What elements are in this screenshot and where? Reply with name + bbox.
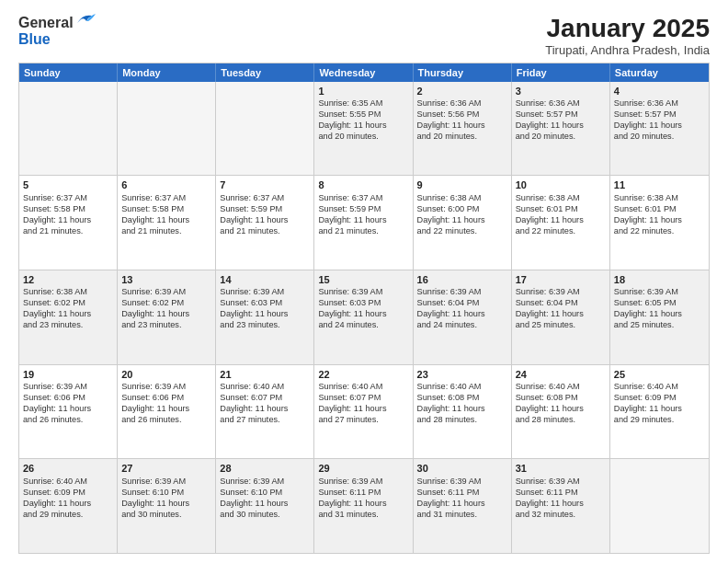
- day-number: 2: [417, 85, 507, 98]
- day-info: Sunrise: 6:40 AM: [220, 382, 310, 393]
- day-info: Sunset: 6:07 PM: [220, 393, 310, 404]
- calendar-cell: 8Sunrise: 6:37 AMSunset: 5:59 PMDaylight…: [314, 176, 413, 270]
- calendar-cell: 9Sunrise: 6:38 AMSunset: 6:00 PMDaylight…: [414, 176, 512, 270]
- day-number: 4: [614, 85, 705, 98]
- calendar-cell: 21Sunrise: 6:40 AMSunset: 6:07 PMDayligh…: [216, 365, 314, 459]
- day-info: and 28 minutes.: [417, 415, 507, 426]
- day-info: Daylight: 11 hours: [417, 309, 507, 320]
- day-info: and 31 minutes.: [417, 510, 507, 521]
- day-info: Daylight: 11 hours: [516, 404, 606, 415]
- day-info: Daylight: 11 hours: [121, 404, 211, 415]
- calendar-cell: 25Sunrise: 6:40 AMSunset: 6:09 PMDayligh…: [610, 365, 709, 459]
- calendar-cell: 4Sunrise: 6:36 AMSunset: 5:57 PMDaylight…: [610, 82, 709, 176]
- day-number: 7: [220, 178, 310, 191]
- day-info: Daylight: 11 hours: [23, 215, 113, 226]
- day-info: and 30 minutes.: [220, 510, 310, 521]
- day-info: and 32 minutes.: [516, 510, 606, 521]
- header-day-wednesday: Wednesday: [314, 63, 413, 82]
- day-info: Daylight: 11 hours: [220, 215, 310, 226]
- calendar-cell: [216, 82, 314, 176]
- day-info: Sunrise: 6:39 AM: [121, 382, 211, 393]
- day-info: and 28 minutes.: [516, 415, 606, 426]
- day-info: Daylight: 11 hours: [318, 499, 408, 510]
- day-number: 20: [121, 368, 211, 381]
- day-info: and 27 minutes.: [318, 415, 408, 426]
- day-info: Daylight: 11 hours: [318, 215, 408, 226]
- calendar-cell: 15Sunrise: 6:39 AMSunset: 6:03 PMDayligh…: [314, 270, 413, 364]
- calendar: SundayMondayTuesdayWednesdayThursdayFrid…: [18, 63, 710, 554]
- calendar-cell: 10Sunrise: 6:38 AMSunset: 6:01 PMDayligh…: [512, 176, 610, 270]
- day-number: 6: [121, 178, 211, 191]
- day-info: Sunrise: 6:39 AM: [220, 287, 310, 298]
- calendar-cell: 19Sunrise: 6:39 AMSunset: 6:06 PMDayligh…: [19, 365, 118, 459]
- day-number: 1: [318, 85, 408, 98]
- calendar-cell: 30Sunrise: 6:39 AMSunset: 6:11 PMDayligh…: [414, 459, 512, 553]
- day-number: 17: [516, 273, 606, 286]
- calendar-cell: 7Sunrise: 6:37 AMSunset: 5:59 PMDaylight…: [216, 176, 314, 270]
- day-info: Sunset: 6:10 PM: [220, 488, 310, 499]
- calendar-cell: 31Sunrise: 6:39 AMSunset: 6:11 PMDayligh…: [512, 459, 610, 553]
- day-info: Daylight: 11 hours: [23, 309, 113, 320]
- day-info: Sunset: 6:06 PM: [23, 393, 113, 404]
- calendar-cell: 17Sunrise: 6:39 AMSunset: 6:04 PMDayligh…: [512, 270, 610, 364]
- day-info: Sunset: 5:57 PM: [516, 109, 606, 121]
- header-day-thursday: Thursday: [414, 63, 512, 82]
- day-info: Sunrise: 6:39 AM: [23, 382, 113, 393]
- day-number: 28: [220, 462, 310, 475]
- day-info: Daylight: 11 hours: [23, 499, 113, 510]
- day-info: Sunrise: 6:37 AM: [318, 193, 408, 204]
- logo-blue: Blue: [18, 31, 96, 48]
- calendar-cell: [118, 82, 216, 176]
- day-info: Sunrise: 6:38 AM: [23, 287, 113, 298]
- day-number: 5: [23, 178, 113, 191]
- day-number: 27: [121, 462, 211, 475]
- day-info: Sunset: 6:11 PM: [318, 488, 408, 499]
- day-info: Daylight: 11 hours: [614, 121, 705, 132]
- day-info: and 20 minutes.: [516, 132, 606, 143]
- day-info: Sunrise: 6:39 AM: [318, 287, 408, 298]
- day-info: and 20 minutes.: [417, 132, 507, 143]
- day-info: Sunset: 5:57 PM: [614, 109, 705, 121]
- day-info: Sunset: 6:07 PM: [318, 393, 408, 404]
- day-info: Sunset: 6:00 PM: [417, 204, 507, 215]
- day-info: and 22 minutes.: [614, 226, 705, 237]
- day-info: and 30 minutes.: [121, 510, 211, 521]
- day-info: and 26 minutes.: [23, 415, 113, 426]
- day-number: 18: [614, 273, 705, 286]
- calendar-cell: 24Sunrise: 6:40 AMSunset: 6:08 PMDayligh…: [512, 365, 610, 459]
- calendar-cell: 14Sunrise: 6:39 AMSunset: 6:03 PMDayligh…: [216, 270, 314, 364]
- calendar-cell: 1Sunrise: 6:35 AMSunset: 5:55 PMDaylight…: [314, 82, 413, 176]
- day-info: Daylight: 11 hours: [318, 309, 408, 320]
- day-info: Sunset: 6:02 PM: [23, 298, 113, 309]
- logo-bird-icon: [75, 12, 96, 27]
- day-info: Sunset: 6:06 PM: [121, 393, 211, 404]
- day-info: Sunset: 6:01 PM: [614, 204, 705, 215]
- day-number: 14: [220, 273, 310, 286]
- day-info: Daylight: 11 hours: [516, 309, 606, 320]
- calendar-body: 1Sunrise: 6:35 AMSunset: 5:55 PMDaylight…: [19, 82, 709, 553]
- calendar-cell: [610, 459, 709, 553]
- day-info: Sunset: 5:55 PM: [318, 109, 408, 121]
- day-info: Sunrise: 6:37 AM: [220, 193, 310, 204]
- day-number: 22: [318, 368, 408, 381]
- calendar-cell: 13Sunrise: 6:39 AMSunset: 6:02 PMDayligh…: [118, 270, 216, 364]
- day-info: Sunset: 6:03 PM: [220, 298, 310, 309]
- calendar-cell: 22Sunrise: 6:40 AMSunset: 6:07 PMDayligh…: [314, 365, 413, 459]
- day-info: and 20 minutes.: [614, 132, 705, 143]
- day-info: and 23 minutes.: [220, 320, 310, 331]
- calendar-cell: 2Sunrise: 6:36 AMSunset: 5:56 PMDaylight…: [414, 82, 512, 176]
- day-info: and 25 minutes.: [516, 320, 606, 331]
- logo-general: General: [18, 15, 74, 31]
- day-info: and 21 minutes.: [121, 226, 211, 237]
- calendar-row-3: 19Sunrise: 6:39 AMSunset: 6:06 PMDayligh…: [19, 365, 709, 460]
- day-info: Daylight: 11 hours: [614, 309, 705, 320]
- day-info: Sunrise: 6:39 AM: [614, 287, 705, 298]
- day-info: Sunset: 6:01 PM: [516, 204, 606, 215]
- day-info: Sunrise: 6:40 AM: [318, 382, 408, 393]
- calendar-row-4: 26Sunrise: 6:40 AMSunset: 6:09 PMDayligh…: [19, 459, 709, 553]
- day-number: 16: [417, 273, 507, 286]
- day-number: 8: [318, 178, 408, 191]
- calendar-header: SundayMondayTuesdayWednesdayThursdayFrid…: [19, 63, 709, 82]
- day-number: 12: [23, 273, 113, 286]
- day-info: and 21 minutes.: [318, 226, 408, 237]
